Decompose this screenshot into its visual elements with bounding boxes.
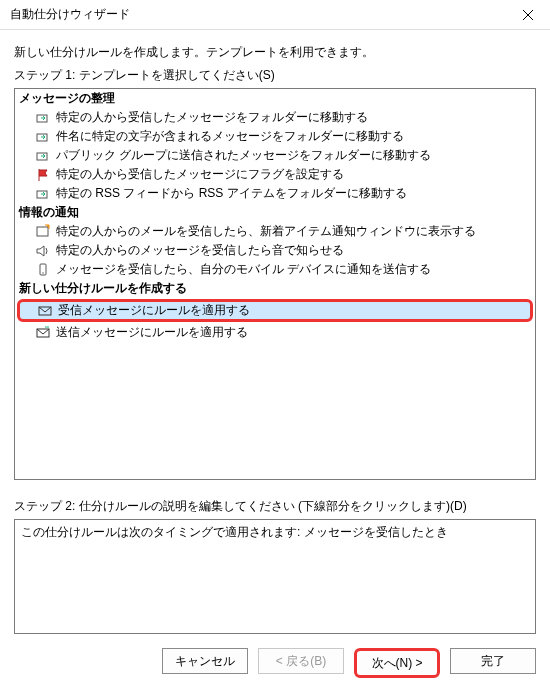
list-item[interactable]: メッセージを受信したら、自分のモバイル デバイスに通知を送信する bbox=[15, 260, 535, 279]
window-title: 自動仕分けウィザード bbox=[10, 6, 130, 23]
list-item-label: 受信メッセージにルールを適用する bbox=[58, 302, 250, 319]
envelope-icon bbox=[37, 303, 53, 319]
list-item[interactable]: 送信メッセージにルールを適用する bbox=[15, 323, 535, 342]
list-item-label: 特定の人からのメールを受信したら、新着アイテム通知ウィンドウに表示する bbox=[56, 223, 476, 240]
list-item-label: 送信メッセージにルールを適用する bbox=[56, 324, 248, 341]
group-header-new: 新しい仕分けルールを作成する bbox=[15, 279, 535, 298]
move-folder-icon bbox=[35, 110, 51, 126]
list-item[interactable]: パブリック グループに送信されたメッセージをフォルダーに移動する bbox=[15, 146, 535, 165]
back-button: < 戻る(B) bbox=[258, 648, 344, 674]
list-item-label: 特定の RSS フィードから RSS アイテムをフォルダーに移動する bbox=[56, 185, 407, 202]
list-item-label: 特定の人から受信したメッセージにフラグを設定する bbox=[56, 166, 344, 183]
list-item-label: パブリック グループに送信されたメッセージをフォルダーに移動する bbox=[56, 147, 431, 164]
svg-point-7 bbox=[47, 225, 49, 227]
step2-label: ステップ 2: 仕分けルールの説明を編集してください (下線部分をクリックします… bbox=[14, 498, 536, 515]
new-window-icon bbox=[35, 224, 51, 240]
flag-icon bbox=[35, 167, 51, 183]
list-item-label: 件名に特定の文字が含まれるメッセージをフォルダーに移動する bbox=[56, 128, 404, 145]
list-item[interactable]: 件名に特定の文字が含まれるメッセージをフォルダーに移動する bbox=[15, 127, 535, 146]
rule-description-box[interactable]: この仕分けルールは次のタイミングで適用されます: メッセージを受信したとき bbox=[14, 519, 536, 634]
move-folder-icon bbox=[35, 148, 51, 164]
svg-rect-6 bbox=[37, 227, 48, 236]
template-listbox[interactable]: メッセージの整理 特定の人から受信したメッセージをフォルダーに移動する 件名に特… bbox=[14, 88, 536, 480]
wizard-buttons: キャンセル < 戻る(B) 次へ(N) > 完了 bbox=[0, 634, 550, 683]
titlebar: 自動仕分けウィザード bbox=[0, 0, 550, 30]
next-button[interactable]: 次へ(N) > bbox=[354, 648, 440, 678]
list-item[interactable]: 特定の RSS フィードから RSS アイテムをフォルダーに移動する bbox=[15, 184, 535, 203]
envelope-send-icon bbox=[35, 325, 51, 341]
close-icon bbox=[523, 10, 533, 20]
list-item-label: メッセージを受信したら、自分のモバイル デバイスに通知を送信する bbox=[56, 261, 431, 278]
back-button-label: < 戻る(B) bbox=[276, 653, 326, 670]
rule-description-text: この仕分けルールは次のタイミングで適用されます: メッセージを受信したとき bbox=[21, 525, 448, 539]
group-header-organize: メッセージの整理 bbox=[15, 89, 535, 108]
finish-button[interactable]: 完了 bbox=[450, 648, 536, 674]
next-button-label: 次へ(N) > bbox=[372, 655, 423, 672]
step1-label: ステップ 1: テンプレートを選択してください(S) bbox=[14, 67, 536, 84]
list-item[interactable]: 特定の人から受信したメッセージをフォルダーに移動する bbox=[15, 108, 535, 127]
list-item-label: 特定の人からのメッセージを受信したら音で知らせる bbox=[56, 242, 344, 259]
cancel-button-label: キャンセル bbox=[175, 653, 235, 670]
wizard-content: 新しい仕分けルールを作成します。テンプレートを利用できます。 ステップ 1: テ… bbox=[0, 30, 550, 634]
list-item-selected[interactable]: 受信メッセージにルールを適用する bbox=[17, 299, 533, 322]
close-button[interactable] bbox=[505, 0, 550, 30]
mobile-icon bbox=[35, 262, 51, 278]
list-item-label: 特定の人から受信したメッセージをフォルダーに移動する bbox=[56, 109, 368, 126]
rss-folder-icon bbox=[35, 186, 51, 202]
list-item[interactable]: 特定の人からのメールを受信したら、新着アイテム通知ウィンドウに表示する bbox=[15, 222, 535, 241]
list-item[interactable]: 特定の人からのメッセージを受信したら音で知らせる bbox=[15, 241, 535, 260]
sound-icon bbox=[35, 243, 51, 259]
finish-button-label: 完了 bbox=[481, 653, 505, 670]
move-folder-icon bbox=[35, 129, 51, 145]
list-item[interactable]: 特定の人から受信したメッセージにフラグを設定する bbox=[15, 165, 535, 184]
cancel-button[interactable]: キャンセル bbox=[162, 648, 248, 674]
svg-point-9 bbox=[42, 272, 43, 273]
group-header-notify: 情報の通知 bbox=[15, 203, 535, 222]
intro-text: 新しい仕分けルールを作成します。テンプレートを利用できます。 bbox=[14, 44, 536, 61]
